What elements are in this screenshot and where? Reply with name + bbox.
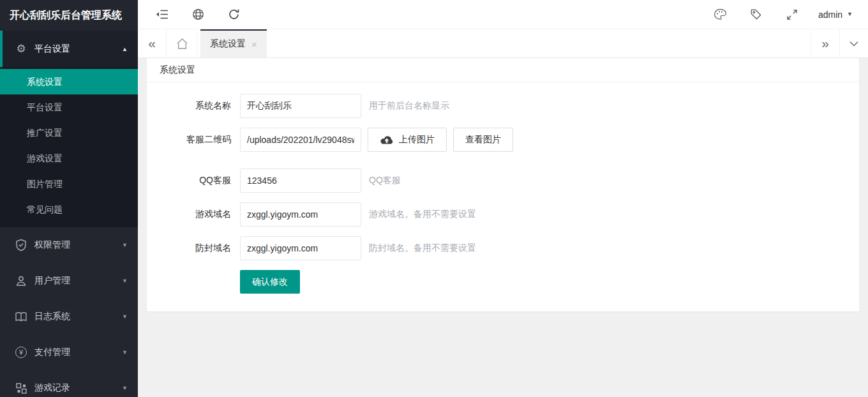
form-row-antiblock-domain: 防封域名 防封域名。备用不需要设置 <box>160 236 846 260</box>
blocks-icon <box>15 382 27 394</box>
sidebar-item-platform-settings[interactable]: 平台设置 <box>0 94 138 120</box>
chevron-down-icon: ▼ <box>847 11 853 17</box>
antiblock-domain-input[interactable] <box>240 236 361 260</box>
sidebar-group-label: 日志系统 <box>34 311 70 322</box>
upload-image-label: 上传图片 <box>399 134 435 146</box>
content-area: 系统设置 系统名称 用于前后台名称显示 客服二维码 上传图片 <box>138 58 868 397</box>
antiblock-domain-label: 防封域名 <box>160 243 231 254</box>
settings-card: 系统设置 系统名称 用于前后台名称显示 客服二维码 上传图片 <box>147 58 859 311</box>
chevron-down-icon: ▼ <box>122 242 128 248</box>
tabs-scroll-right-button[interactable]: » <box>811 29 839 57</box>
sidebar-item-faq[interactable]: 常见问题 <box>0 197 138 222</box>
qq-service-input[interactable] <box>240 169 361 193</box>
tabs-scroll-left-button[interactable]: « <box>138 29 167 57</box>
sidebar-item-game-settings[interactable]: 游戏设置 <box>0 146 138 171</box>
tab-label: 系统设置 <box>210 38 246 50</box>
home-tab-button[interactable] <box>167 29 198 57</box>
chevron-down-icon: ▼ <box>122 349 128 356</box>
form-row-service-qrcode: 客服二维码 上传图片 查看图片 <box>160 128 846 152</box>
service-qrcode-input[interactable] <box>240 128 361 152</box>
confirm-modify-button[interactable]: 确认修改 <box>240 270 300 294</box>
sidebar-group-permissions[interactable]: 权限管理 ▼ <box>0 227 138 263</box>
game-domain-input[interactable] <box>240 202 361 227</box>
view-image-button[interactable]: 查看图片 <box>453 128 513 152</box>
sidebar-group-game-records[interactable]: 游戏记录 ▼ <box>0 370 138 397</box>
palette-icon[interactable] <box>711 5 730 24</box>
system-name-hint: 用于前后台名称显示 <box>369 100 449 112</box>
sidebar: 开心刮刮乐后台管理系统 ⚙ 平台设置 ▲ 系统设置 平台设置 推广设置 游戏设置… <box>0 0 138 397</box>
sidebar-item-promo-settings[interactable]: 推广设置 <box>0 120 138 146</box>
qq-service-hint: QQ客服 <box>369 175 401 186</box>
chevron-down-icon: ▼ <box>122 313 128 320</box>
yen-circle-icon: ¥ <box>15 347 27 358</box>
chevron-down-icon: ▼ <box>122 278 128 284</box>
user-icon <box>15 275 27 287</box>
game-domain-label: 游戏域名 <box>160 209 231 220</box>
qq-service-label: QQ客服 <box>160 175 231 186</box>
view-image-label: 查看图片 <box>465 134 501 146</box>
service-qrcode-label: 客服二维码 <box>160 134 231 146</box>
system-name-label: 系统名称 <box>160 100 231 112</box>
sidebar-item-system-settings[interactable]: 系统设置 <box>0 69 138 94</box>
home-icon <box>176 38 189 50</box>
gear-icon: ⚙ <box>15 43 27 54</box>
card-title: 系统设置 <box>147 58 859 82</box>
cloud-upload-icon <box>380 135 394 145</box>
chevron-up-icon: ▲ <box>122 46 128 52</box>
app-title: 开心刮刮乐后台管理系统 <box>0 0 138 31</box>
sidebar-group-label: 平台设置 <box>34 43 70 55</box>
form-row-submit: 确认修改 <box>160 270 846 294</box>
tabbar-spacer <box>267 29 811 57</box>
sidebar-group-payments[interactable]: ¥ 支付管理 ▼ <box>0 334 138 370</box>
sidebar-group-users[interactable]: 用户管理 ▼ <box>0 263 138 299</box>
sidebar-group-label: 用户管理 <box>34 275 70 287</box>
book-icon <box>15 311 27 322</box>
chevron-down-icon: ▼ <box>122 385 128 391</box>
tab-system-settings[interactable]: 系统设置 × <box>200 29 267 57</box>
sidebar-group-label: 权限管理 <box>34 239 70 251</box>
form-row-game-domain: 游戏域名 游戏域名。备用不需要设置 <box>160 202 846 227</box>
topbar-left <box>138 5 243 24</box>
tabbar: « 系统设置 × » <box>138 29 868 58</box>
shield-check-icon <box>15 239 27 251</box>
sidebar-item-image-management[interactable]: 图片管理 <box>0 171 138 197</box>
sidebar-group-label: 支付管理 <box>34 347 70 358</box>
sidebar-group-label: 游戏记录 <box>34 382 70 394</box>
sidebar-nav: ⚙ 平台设置 ▲ 系统设置 平台设置 推广设置 游戏设置 图片管理 常见问题 权… <box>0 31 138 397</box>
sidebar-group-logs[interactable]: 日志系统 ▼ <box>0 299 138 334</box>
game-domain-hint: 游戏域名。备用不需要设置 <box>369 209 476 220</box>
user-name: admin <box>818 10 842 20</box>
close-icon[interactable]: × <box>251 40 257 49</box>
sidebar-group-platform-settings[interactable]: ⚙ 平台设置 ▲ <box>0 31 138 67</box>
settings-form: 系统名称 用于前后台名称显示 客服二维码 上传图片 查看图片 <box>147 82 859 294</box>
tabs-menu-button[interactable] <box>839 29 868 57</box>
user-menu[interactable]: admin ▼ <box>818 10 853 20</box>
form-row-qq-service: QQ客服 QQ客服 <box>160 169 846 193</box>
sidebar-submenu: 系统设置 平台设置 推广设置 游戏设置 图片管理 常见问题 <box>0 67 138 227</box>
topbar: admin ▼ <box>138 0 868 29</box>
refresh-icon[interactable] <box>224 5 243 24</box>
tag-icon[interactable] <box>747 5 766 24</box>
upload-image-button[interactable]: 上传图片 <box>368 128 447 152</box>
system-name-input[interactable] <box>240 94 361 118</box>
globe-icon[interactable] <box>188 5 207 24</box>
form-row-system-name: 系统名称 用于前后台名称显示 <box>160 94 846 118</box>
topbar-right: admin ▼ <box>711 5 868 24</box>
admin-page: 开心刮刮乐后台管理系统 ⚙ 平台设置 ▲ 系统设置 平台设置 推广设置 游戏设置… <box>0 0 868 397</box>
fullscreen-icon[interactable] <box>782 5 802 24</box>
collapse-menu-icon[interactable] <box>153 5 172 24</box>
antiblock-domain-hint: 防封域名。备用不需要设置 <box>369 243 476 254</box>
